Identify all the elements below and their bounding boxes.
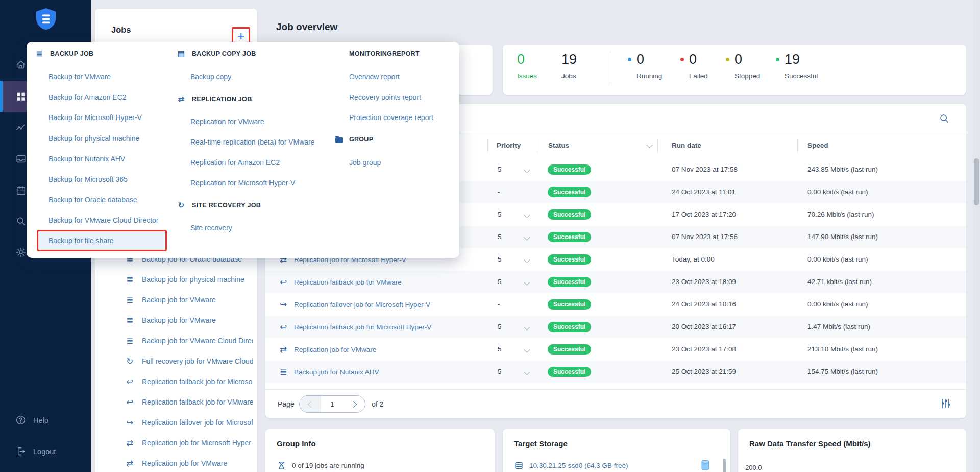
status-badge: Successful xyxy=(548,277,591,287)
pager-control: 1 xyxy=(299,395,365,413)
group-info-title: Group Info xyxy=(277,439,316,448)
table-row[interactable]: ≣Backup job for Nutanix AHV 5 Successful… xyxy=(265,361,966,383)
table-settings-sliders-icon[interactable] xyxy=(940,397,952,410)
table-row[interactable]: ↩Replication failback job for Microsoft … xyxy=(265,316,966,338)
table-search-icon[interactable] xyxy=(939,113,950,124)
recovery-job-icon: ↻ xyxy=(125,356,135,367)
target-storage-item[interactable]: 10.30.21.25-ssd0 (64.3 GB free) xyxy=(514,461,628,470)
menu-item-backup-for-hyper-v[interactable]: Backup for Microsoft Hyper-V xyxy=(48,112,142,123)
menu-item-backup-for-physical-machine[interactable]: Backup for physical machine xyxy=(48,133,139,144)
logout-label: Logout xyxy=(33,447,56,456)
job-list-item[interactable]: ↩Replication failback job for VMware xyxy=(125,396,253,408)
status-sort-chevron-icon[interactable] xyxy=(646,141,653,148)
backup-job-icon: ≣ xyxy=(125,315,135,326)
menu-item-protection-coverage-report[interactable]: Protection coverage report xyxy=(349,112,433,123)
menu-item-replication-for-hyper-v[interactable]: Replication for Microsoft Hyper-V xyxy=(190,178,295,188)
menu-item-site-recovery[interactable]: Site recovery xyxy=(190,223,232,233)
priority-chevron-icon[interactable] xyxy=(524,346,530,353)
page-label: Page xyxy=(278,390,295,418)
storage-cylinder-icon xyxy=(700,459,711,472)
priority-chevron-icon[interactable] xyxy=(524,167,530,173)
menu-item-backup-for-vmware-cloud-director[interactable]: Backup for VMware Cloud Director xyxy=(48,215,159,225)
table-row[interactable]: ⇄Replication job for VMware 5 Successful… xyxy=(265,338,966,361)
menu-item-overview-report[interactable]: Overview report xyxy=(349,72,400,82)
dropdown-group-site-recovery-job: ↻ SITE RECOVERY JOB xyxy=(177,200,261,210)
job-list-item[interactable]: ↩Replication failback job for Microso xyxy=(125,375,253,388)
menu-item-backup-for-vmware[interactable]: Backup for VMware xyxy=(48,72,111,82)
job-list-item[interactable]: ⇄Replication job for VMware xyxy=(125,457,253,469)
priority-chevron-icon[interactable] xyxy=(524,211,530,218)
priority-chevron-icon[interactable] xyxy=(524,369,530,375)
previous-page-button[interactable] xyxy=(300,396,321,412)
table-row[interactable]: ↩Replication failback job for VMware 5 S… xyxy=(265,271,966,293)
job-name-link[interactable]: Replication failback job for Microsoft H… xyxy=(294,323,431,331)
priority-chevron-icon[interactable] xyxy=(524,324,530,331)
job-list-item[interactable]: ↻Full recovery job for VMware Cloud xyxy=(125,355,253,367)
backup-copy-icon: ▤ xyxy=(177,49,186,58)
backup-job-icon: ≣ xyxy=(125,336,135,346)
replication-job-icon: ⇄ xyxy=(125,458,135,469)
veeam-shield-logo xyxy=(34,7,58,34)
job-list-item[interactable]: ⇄Replication job for Microsoft Hyper- xyxy=(125,437,253,449)
failback-job-icon: ↩ xyxy=(125,397,135,408)
job-name-link[interactable]: Replication failback job for VMware xyxy=(294,278,402,286)
stats-divider xyxy=(610,51,610,85)
scrollbar-thumb[interactable] xyxy=(974,158,979,205)
job-name-link[interactable]: Replication job for VMware xyxy=(294,346,376,353)
jobs-panel-title: Jobs xyxy=(111,25,131,35)
help-button[interactable]: Help xyxy=(15,415,48,426)
target-storage-scrollbar[interactable] xyxy=(723,459,726,472)
next-page-button[interactable] xyxy=(344,396,365,412)
stat-issues: 0 Issues xyxy=(517,52,537,80)
table-row[interactable]: ↪Replication failover job for Microsoft … xyxy=(265,293,966,316)
job-list-item[interactable]: ≣Backup job for VMware Cloud Direc xyxy=(125,335,253,347)
dropdown-group-group: GROUP xyxy=(335,134,373,145)
job-list-item[interactable]: ≣Backup job for physical machine xyxy=(125,273,253,286)
replication-icon: ⇄ xyxy=(177,95,186,104)
chart-axis-tick: 200.0 xyxy=(745,464,762,471)
status-badge: Successful xyxy=(548,164,591,175)
page-title: Job overview xyxy=(276,21,337,33)
folder-icon xyxy=(335,137,343,143)
logout-icon xyxy=(15,446,26,457)
menu-item-backup-for-oracle-database[interactable]: Backup for Oracle database xyxy=(48,195,137,205)
replication-job-icon: ⇄ xyxy=(125,438,135,449)
inbox-icon xyxy=(15,153,27,164)
status-badge: Successful xyxy=(548,299,591,310)
menu-item-replication-for-amazon-ec2[interactable]: Replication for Amazon EC2 xyxy=(190,157,280,168)
priority-chevron-icon[interactable] xyxy=(524,279,530,286)
dropdown-group-backup-job: ≣ BACKUP JOB xyxy=(35,49,93,59)
job-list-item[interactable]: ≣Backup job for VMware xyxy=(125,294,253,306)
help-label: Help xyxy=(33,416,48,424)
priority-chevron-icon[interactable] xyxy=(524,256,530,263)
menu-item-job-group[interactable]: Job group xyxy=(349,157,381,168)
add-job-dropdown: ≣ BACKUP JOB Backup for VMware Backup fo… xyxy=(27,42,459,258)
menu-item-backup-for-nutanix-ahv[interactable]: Backup for Nutanix AHV xyxy=(48,154,125,164)
menu-item-recovery-points-report[interactable]: Recovery points report xyxy=(349,92,421,102)
search-icon xyxy=(15,216,27,227)
job-name-link[interactable]: Replication failover job for Microsoft H… xyxy=(294,301,430,309)
current-page-input[interactable]: 1 xyxy=(321,396,344,412)
menu-item-backup-for-amazon-ec2[interactable]: Backup for Amazon EC2 xyxy=(48,92,127,102)
column-header-speed: Speed xyxy=(807,141,828,149)
menu-item-replication-for-vmware[interactable]: Replication for VMware xyxy=(190,116,264,127)
job-list-item[interactable]: ↪Replication failover job for Microsof xyxy=(125,416,253,429)
logout-button[interactable]: Logout xyxy=(15,446,56,457)
menu-item-backup-for-file-share[interactable]: Backup for file share xyxy=(48,235,114,246)
priority-chevron-icon[interactable] xyxy=(524,234,530,241)
page-total-label: of 2 xyxy=(372,390,383,418)
failback-job-icon: ↩ xyxy=(125,376,135,387)
menu-item-backup-for-microsoft-365[interactable]: Backup for Microsoft 365 xyxy=(48,174,128,184)
running-dot-icon xyxy=(628,58,631,61)
job-list-item[interactable]: ≣Backup job for VMware xyxy=(125,314,253,326)
stat-running: 0 Running xyxy=(628,52,662,80)
group-info-status: 0 of 19 jobs are running xyxy=(277,461,364,470)
app-window: Help Logout Jobs + ≣Backup job for Oracl… xyxy=(0,0,980,472)
menu-item-backup-copy[interactable]: Backup copy xyxy=(190,72,231,82)
job-name-link[interactable]: Backup job for Nutanix AHV xyxy=(294,368,379,376)
menu-item-realtime-replication-vmware[interactable]: Real-time replication (beta) for VMware xyxy=(190,137,315,147)
page-scrollbar xyxy=(973,0,980,472)
stat-failed: 0 Failed xyxy=(680,52,708,80)
replication-job-icon: ⇄ xyxy=(278,344,288,355)
dropdown-group-monitoring-report: MONITORINGREPORT xyxy=(349,49,420,59)
